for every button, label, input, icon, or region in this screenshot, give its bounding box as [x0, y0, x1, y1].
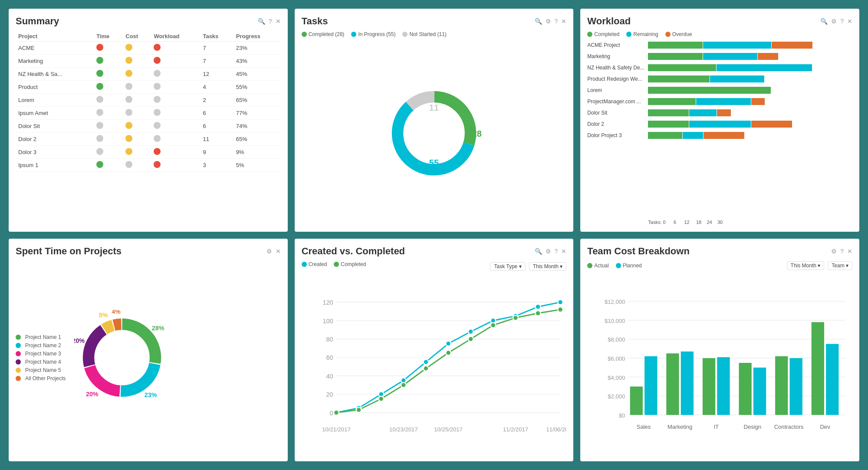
time-indicator — [94, 159, 123, 172]
progress-value: 23% — [233, 42, 281, 55]
planned-bar — [717, 357, 730, 415]
table-row: Product 4 55% — [16, 81, 281, 94]
line-chart-svg: 02040608010012010/21/201710/23/201710/25… — [302, 276, 567, 455]
close-icon[interactable]: ✕ — [847, 18, 852, 25]
project-name: Ipsum 1 — [16, 159, 94, 172]
svg-text:28%: 28% — [152, 325, 164, 332]
svg-point-49 — [423, 366, 428, 371]
spent-time-title: Spent Time on Projects — [16, 246, 122, 257]
workload-bar — [648, 42, 852, 49]
completed-bar — [648, 98, 696, 105]
summary-scroll: Project Time Cost Workload Tasks Progres… — [16, 31, 281, 225]
actual-bar — [667, 353, 679, 415]
search-icon[interactable]: 🔍 — [820, 18, 828, 25]
workload-project-name: Marketing — [587, 53, 648, 59]
completed-label: 28 — [472, 129, 482, 139]
tasks-count: 7 — [200, 42, 233, 55]
completed-bar — [648, 121, 689, 128]
svg-point-46 — [356, 407, 361, 412]
close-icon[interactable]: ✕ — [276, 18, 281, 25]
workload-indicator — [151, 68, 200, 81]
help-icon[interactable]: ? — [555, 248, 558, 255]
svg-text:40: 40 — [326, 372, 333, 379]
this-month-filter-cost[interactable]: This Month ▾ — [787, 261, 825, 270]
svg-text:20%: 20% — [86, 391, 99, 398]
overdue-bar — [772, 42, 812, 49]
task-type-filter[interactable]: Task Type ▾ — [490, 262, 525, 271]
close-icon[interactable]: ✕ — [561, 248, 566, 255]
summary-table: Project Time Cost Workload Tasks Progres… — [16, 31, 281, 172]
workload-project-name: Dolor Sit — [587, 110, 648, 116]
spent-label: Project Name 5 — [25, 367, 61, 373]
svg-point-50 — [446, 350, 451, 355]
gear-icon[interactable]: ⚙ — [266, 248, 272, 255]
gear-icon[interactable]: ⚙ — [831, 248, 837, 255]
svg-text:11/2/2017: 11/2/2017 — [503, 426, 528, 433]
svg-text:$4,000: $4,000 — [608, 374, 625, 381]
svg-text:120: 120 — [322, 299, 333, 306]
help-icon[interactable]: ? — [840, 248, 844, 255]
this-month-filter[interactable]: This Month ▾ — [529, 262, 567, 271]
spent-label: Project Name 1 — [25, 334, 61, 340]
tasks-count: 7 — [200, 55, 233, 68]
project-name: Dolor 3 — [16, 146, 94, 159]
col-time: Time — [94, 31, 123, 42]
gear-icon[interactable]: ⚙ — [831, 18, 837, 25]
help-icon[interactable]: ? — [840, 18, 844, 25]
table-row: ACME 7 23% — [16, 42, 281, 55]
workload-indicator — [151, 94, 200, 107]
table-row: Ipsum 1 3 5% — [16, 159, 281, 172]
close-icon[interactable]: ✕ — [276, 248, 281, 255]
svg-point-47 — [378, 396, 384, 401]
planned-bar — [826, 344, 838, 415]
search-icon[interactable]: 🔍 — [258, 18, 265, 25]
completed-bar — [648, 76, 709, 82]
category-label: Marketing — [667, 424, 692, 430]
cvc-header: Created vs. Completed 🔍 ⚙ ? ✕ — [302, 246, 567, 257]
pie-container: 28%23%20%20%5%4% — [74, 310, 170, 405]
svg-text:$8,000: $8,000 — [608, 336, 625, 343]
overdue-bar — [751, 121, 792, 128]
workload-row: ProjectManager.com ... — [587, 98, 852, 105]
remaining-bar — [696, 98, 751, 105]
created-vs-completed-card: Created vs. Completed 🔍 ⚙ ? ✕ CreatedCom… — [295, 239, 574, 462]
time-indicator — [94, 42, 123, 55]
close-icon[interactable]: ✕ — [847, 248, 852, 255]
workload-indicator — [151, 146, 200, 159]
svg-text:23%: 23% — [145, 391, 157, 398]
line-chart-area: 02040608010012010/21/201710/23/201710/25… — [302, 276, 567, 455]
workload-bar — [648, 87, 852, 94]
progress-value: 9% — [233, 146, 281, 159]
help-icon[interactable]: ? — [555, 18, 558, 25]
project-name: Lorem — [16, 94, 94, 107]
team-cost-title: Team Cost Breakdown — [587, 246, 690, 257]
spent-legend-item: All Other Projects — [16, 375, 66, 381]
team-cost-header: Team Cost Breakdown ⚙ ? ✕ — [587, 246, 852, 257]
spent-time-card: Spent Time on Projects ⚙ ✕ Project Name … — [9, 239, 288, 462]
remaining-bar — [689, 109, 717, 116]
workload-card: Workload 🔍 ⚙ ? ✕ CompletedRemainingOverd… — [580, 9, 859, 232]
cost-indicator — [123, 81, 151, 94]
search-icon[interactable]: 🔍 — [535, 248, 542, 255]
cvc-filters: Task Type ▾ This Month ▾ — [490, 262, 566, 271]
help-icon[interactable]: ? — [269, 18, 272, 25]
team-filter-cost[interactable]: Team ▾ — [828, 261, 852, 270]
workload-indicator — [151, 159, 200, 172]
svg-text:20: 20 — [326, 391, 333, 398]
remaining-bar — [717, 64, 812, 71]
gear-icon[interactable]: ⚙ — [546, 248, 551, 255]
close-icon[interactable]: ✕ — [561, 18, 566, 25]
gear-icon[interactable]: ⚙ — [546, 18, 551, 25]
cvc-title: Created vs. Completed — [302, 246, 405, 257]
tasks-legend: Completed (28)In Progress (55)Not Starte… — [302, 31, 567, 37]
overdue-bar — [758, 53, 778, 60]
project-name: ACME — [16, 42, 94, 55]
svg-point-52 — [490, 322, 496, 328]
workload-project-name: Product Redesign We... — [587, 76, 648, 82]
svg-text:10/23/2017: 10/23/2017 — [389, 426, 418, 433]
search-icon[interactable]: 🔍 — [535, 18, 542, 25]
project-name: Dolor 2 — [16, 133, 94, 146]
svg-text:100: 100 — [322, 317, 333, 324]
remaining-bar — [710, 76, 765, 82]
overdue-bar — [704, 132, 744, 139]
